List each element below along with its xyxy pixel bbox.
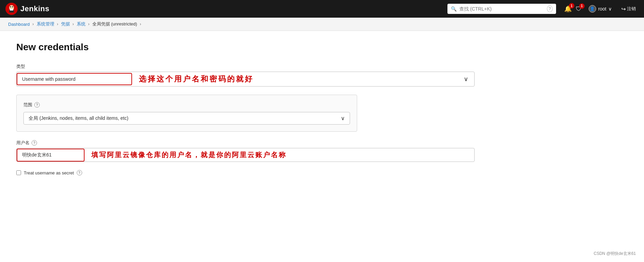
svg-point-6	[12, 6, 13, 7]
scope-label: 范围	[23, 102, 32, 108]
breadcrumb-sep-3: ›	[73, 22, 74, 26]
shield-badge: 1	[579, 3, 585, 9]
username-value: 明快de玄米61	[22, 152, 52, 157]
brand-link[interactable]: Jenkins	[5, 3, 49, 15]
username-label: root	[598, 6, 606, 12]
jenkins-logo	[5, 3, 18, 15]
svg-rect-4	[10, 9, 13, 11]
breadcrumb-sep-5: ›	[140, 22, 141, 26]
notification-bell-button[interactable]: 🔔 1	[564, 5, 572, 13]
scope-header: 范围 ?	[23, 102, 350, 108]
main-content: New credentials 类型 Username with passwor…	[0, 31, 373, 186]
notification-badge: 1	[569, 3, 574, 8]
breadcrumb-item-system[interactable]: 系统	[77, 21, 86, 27]
breadcrumb-sep-4: ›	[88, 22, 90, 26]
treat-username-checkbox[interactable]	[16, 170, 21, 175]
username-help-icon[interactable]: ?	[32, 140, 37, 146]
user-menu[interactable]: 👤 root ∨	[586, 4, 614, 14]
logout-button[interactable]: ↪ 注销	[619, 4, 639, 14]
breadcrumb: Dashboard › 系统管理 › 凭据 › 系统 › 全局凭据 (unres…	[0, 18, 644, 31]
search-input[interactable]	[459, 6, 544, 12]
type-dropdown-value: Username with password	[22, 76, 75, 82]
treat-username-label: Treat username as secret	[24, 170, 74, 175]
treat-username-row: Treat username as secret ?	[16, 170, 357, 175]
breadcrumb-item-dashboard[interactable]: Dashboard	[8, 22, 30, 27]
scope-chevron-icon: ∨	[341, 115, 345, 121]
treat-username-help-icon[interactable]: ?	[77, 170, 82, 175]
search-icon: 🔍	[451, 6, 457, 12]
type-field-label: 类型	[16, 63, 357, 70]
search-container: 🔍 ?	[447, 4, 556, 14]
username-field-header: 用户名 ?	[16, 140, 357, 146]
type-dropdown-chevron[interactable]: ∨	[458, 75, 474, 83]
username-section: 用户名 ? 明快de玄米61 填写阿里云镜像仓库的用户名，就是你的阿里云账户名称	[16, 140, 357, 162]
breadcrumb-item-global: 全局凭据 (unrestricted)	[92, 21, 137, 27]
username-field-label: 用户名	[16, 140, 30, 146]
scope-help-icon[interactable]: ?	[34, 102, 40, 108]
jenkins-logo-svg	[6, 4, 17, 14]
navbar: Jenkins 🔍 ? 🔔 1 🛡 1 👤 root ∨	[0, 0, 644, 18]
type-dropdown-selected[interactable]: Username with password	[17, 73, 132, 85]
scope-dropdown[interactable]: 全局 (Jenkins, nodes, items, all child ite…	[23, 112, 350, 125]
brand-title: Jenkins	[20, 4, 49, 13]
username-annotation-text: 填写阿里云镜像仓库的用户名，就是你的阿里云账户名称	[85, 148, 474, 162]
breadcrumb-sep-2: ›	[57, 22, 58, 26]
breadcrumb-item-credentials[interactable]: 凭据	[61, 21, 70, 27]
breadcrumb-sep-1: ›	[33, 22, 34, 26]
username-input-display[interactable]: 明快de玄米61	[17, 149, 85, 162]
navbar-actions: 🔔 1 🛡 1 👤 root ∨ ↪ 注销	[564, 4, 639, 14]
type-annotation-text: 选择这个用户名和密码的就好	[132, 72, 458, 86]
breadcrumb-item-system-admin[interactable]: 系统管理	[37, 21, 54, 27]
search-help-icon[interactable]: ?	[547, 5, 553, 12]
logout-label: 注销	[627, 6, 636, 12]
page-title: New credentials	[16, 42, 357, 53]
type-field-section: 类型 Username with password 选择这个用户名和密码的就好 …	[16, 63, 357, 87]
user-chevron-icon: ∨	[608, 6, 612, 12]
user-avatar: 👤	[589, 5, 596, 13]
scope-dropdown-value: 全局 (Jenkins, nodes, items, all child ite…	[29, 115, 341, 121]
logout-icon: ↪	[621, 6, 626, 12]
svg-point-5	[10, 6, 11, 7]
scope-section: 范围 ? 全局 (Jenkins, nodes, items, all chil…	[16, 95, 357, 132]
security-shield-button[interactable]: 🛡 1	[576, 5, 582, 13]
